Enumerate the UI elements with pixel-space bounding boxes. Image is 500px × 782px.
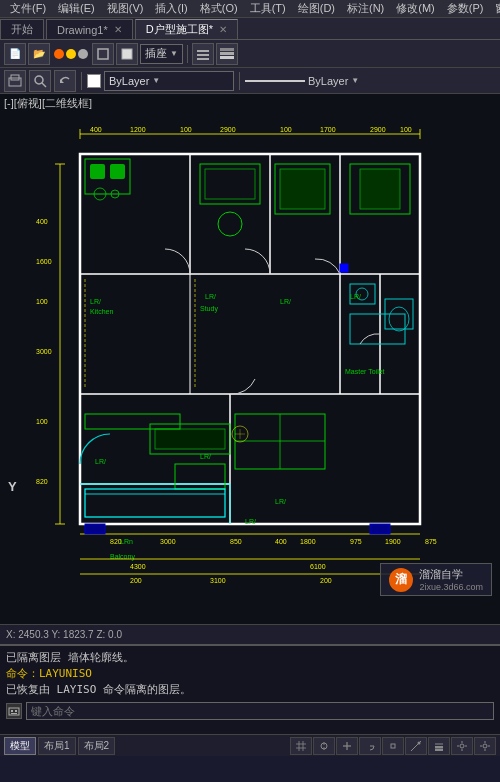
command-icon: [6, 703, 22, 719]
snap-icon: [319, 741, 329, 751]
settings-btn[interactable]: [451, 737, 473, 755]
toolbar-extra2[interactable]: [216, 43, 238, 65]
drawing-area[interactable]: 400 1200 100 2900 100 1700 2900 100 400 …: [0, 94, 500, 624]
tab-drawing1-close[interactable]: ✕: [114, 24, 122, 35]
svg-text:100: 100: [400, 126, 412, 133]
watermark-logo: 溜: [389, 568, 413, 592]
osnap-toggle[interactable]: [382, 737, 404, 755]
layout-tab-1[interactable]: 布局1: [38, 737, 76, 755]
svg-rect-48: [90, 164, 105, 179]
svg-text:2900: 2900: [220, 126, 236, 133]
tab-d-plan-close[interactable]: ✕: [219, 24, 227, 35]
tab-start-label: 开始: [11, 22, 33, 37]
tab-d-plan[interactable]: D户型施工图* ✕: [135, 19, 238, 39]
toolbar-block-dropdown[interactable]: 插座 ▼: [140, 44, 183, 64]
svg-text:850: 850: [230, 538, 242, 545]
coordinate-display: X: 2450.3 Y: 1823.7 Z: 0.0: [6, 629, 122, 640]
line-preview: [245, 80, 305, 82]
menu-edit[interactable]: 编辑(E): [52, 1, 101, 16]
menu-draw[interactable]: 绘图(D): [292, 1, 341, 16]
ortho-toggle[interactable]: [336, 737, 358, 755]
menu-view[interactable]: 视图(V): [101, 1, 150, 16]
status-bar: 模型 布局1 布局2: [0, 734, 500, 756]
menu-params[interactable]: 参数(P): [441, 1, 490, 16]
tab-drawing1[interactable]: Drawing1* ✕: [46, 19, 133, 39]
color-swatch[interactable]: [87, 74, 101, 88]
svg-rect-4: [197, 58, 209, 60]
menu-dimension[interactable]: 标注(N): [341, 1, 390, 16]
svg-text:LRn: LRn: [120, 538, 133, 545]
svg-text:LR/: LR/: [200, 453, 211, 460]
svg-text:875: 875: [425, 538, 437, 545]
svg-rect-56: [360, 169, 400, 209]
grid-toggle[interactable]: [290, 737, 312, 755]
layout-tab-model[interactable]: 模型: [4, 737, 36, 755]
watermark: 溜 溜溜自学 2ixue.3d66.com: [380, 563, 492, 596]
polar-toggle[interactable]: [359, 737, 381, 755]
command-area: 已隔离图层 墙体轮廓线。 命令：LAYUNISO 已恢复由 LAYISO 命令隔…: [0, 644, 500, 734]
svg-rect-58: [280, 169, 325, 209]
layout-tab-2[interactable]: 布局2: [78, 737, 116, 755]
svg-text:1800: 1800: [300, 538, 316, 545]
svg-text:Master Toilet: Master Toilet: [345, 368, 385, 375]
menu-tools[interactable]: 工具(T): [244, 1, 292, 16]
svg-rect-1: [122, 49, 132, 59]
tab-start[interactable]: 开始: [0, 19, 44, 39]
gear-btn[interactable]: [474, 737, 496, 755]
command-line-1: 已隔离图层 墙体轮廓线。: [6, 650, 494, 666]
command-input[interactable]: [26, 702, 494, 720]
separator1: [187, 45, 188, 63]
dot-orange: [54, 49, 64, 59]
svg-rect-124: [391, 744, 395, 748]
svg-text:100: 100: [180, 126, 192, 133]
toolbar-row2: ByLayer ▼ ByLayer ▼: [0, 68, 500, 94]
ortho-icon: [342, 741, 352, 751]
svg-text:400: 400: [36, 218, 48, 225]
tab-bar: 开始 Drawing1* ✕ D户型施工图* ✕: [0, 18, 500, 40]
menu-file[interactable]: 文件(F): [4, 1, 52, 16]
svg-text:LR/: LR/: [95, 458, 106, 465]
svg-text:LR/: LR/: [275, 498, 286, 505]
svg-text:820: 820: [110, 538, 122, 545]
toolbar-square2[interactable]: [116, 43, 138, 65]
svg-text:1600: 1600: [36, 258, 52, 265]
otrack-icon: [411, 741, 421, 751]
svg-rect-5: [220, 48, 234, 51]
toolbar-r2-btn1[interactable]: [4, 70, 26, 92]
menu-format[interactable]: 格式(O): [194, 1, 244, 16]
lineweight-toggle[interactable]: [428, 737, 450, 755]
linetype-group: ByLayer ▼: [245, 75, 496, 87]
svg-text:4300: 4300: [130, 563, 146, 570]
otrack-toggle[interactable]: [405, 737, 427, 755]
svg-point-135: [483, 744, 487, 748]
gear-icon: [480, 741, 490, 751]
svg-rect-6: [220, 52, 234, 55]
toolbar-extra1[interactable]: [192, 43, 214, 65]
layer-selector[interactable]: ByLayer ▼: [104, 71, 234, 91]
toolbar-square1[interactable]: [92, 43, 114, 65]
svg-point-10: [35, 76, 43, 84]
layers-icon: [220, 48, 234, 60]
toolbar-open[interactable]: 📂: [28, 43, 50, 65]
svg-text:100: 100: [36, 418, 48, 425]
svg-text:400: 400: [90, 126, 102, 133]
menu-window[interactable]: 窗口(W): [489, 1, 500, 16]
command-line-2: 命令：LAYUNISO: [6, 666, 494, 682]
toolbar-new[interactable]: 📄: [4, 43, 26, 65]
svg-rect-60: [155, 429, 225, 449]
lineweight-icon: [434, 741, 444, 751]
snap-toggle[interactable]: [313, 737, 335, 755]
toolbar-r2-btn2[interactable]: [29, 70, 51, 92]
tab-drawing1-label: Drawing1*: [57, 24, 108, 36]
svg-text:LR/: LR/: [205, 293, 216, 300]
toolbar-r2-btn3[interactable]: [54, 70, 76, 92]
svg-rect-49: [110, 164, 125, 179]
menu-modify[interactable]: 修改(M): [390, 1, 441, 16]
linetype-arrow-icon: ▼: [351, 76, 359, 85]
menu-insert[interactable]: 插入(I): [149, 1, 193, 16]
svg-rect-7: [220, 56, 234, 59]
svg-rect-108: [340, 264, 348, 272]
svg-rect-112: [11, 710, 13, 712]
grid-icon: [296, 741, 306, 751]
svg-text:1200: 1200: [130, 126, 146, 133]
